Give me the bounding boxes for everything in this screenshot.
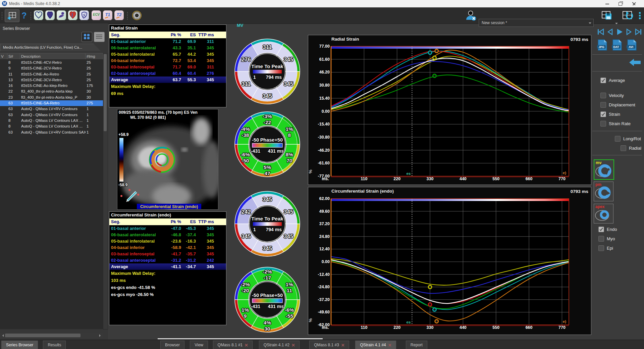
save-layout-button[interactable] [600,9,614,21]
export-dat-button[interactable]: DAT [611,39,623,53]
series-row[interactable]: 13tf2d15-CINE-3CV-Retro25 [0,77,103,83]
tab-scroll-indicator[interactable] [158,338,323,339]
series-row[interactable]: 8AutoQ - QMass LV Contours LAX ...1 [0,123,103,129]
help-button[interactable]: ? [19,9,29,21]
series-column-header[interactable]: S# [7,53,20,59]
series-row[interactable]: 63AutoQ - QMass LV+RV Contours1 [0,106,103,112]
scroll-left-icon[interactable] [1,334,4,337]
tab-view[interactable]: View [190,341,208,349]
export-avi-button[interactable]: AVI [626,39,638,53]
back-arrow-button[interactable] [629,58,641,67]
tab-results[interactable]: Results [43,341,66,349]
export-jpg-button[interactable]: JPG [597,39,608,53]
contour-overlay[interactable] [150,147,174,172]
t1-app-icon[interactable]: T1 [103,10,113,20]
series-column-header[interactable]: V [0,53,7,59]
checkbox-velocity[interactable]: Velocity [600,93,624,98]
session-dropdown[interactable]: New session * [479,19,594,27]
series-row[interactable]: 63tf2d15-CINE-SA-Retro275 [0,100,103,106]
tab-qmass-8-1-3[interactable]: QMass 8.1 #3 [309,341,349,349]
checkbox-box[interactable] [600,121,606,127]
series-row[interactable]: 23fl3_400_thr-pl-retro-Aorta klep_P30 [0,95,103,100]
series-horizontal-scrollbar[interactable] [0,333,103,338]
series-column-header[interactable]: Description [20,53,86,59]
series-row[interactable]: 8tf2d15-CINE-4CV-Retro25 [0,60,103,65]
checkbox-endo[interactable]: Endo [598,227,617,232]
save-layout-caret-icon[interactable] [615,23,618,26]
slice-button-apex[interactable]: apex [594,204,613,223]
series-row[interactable]: 22fl3_400_thr-pl-retro-Aorta klep30 [0,89,103,94]
series-column-header[interactable]: #Img [86,53,103,59]
checkbox-box[interactable] [615,136,621,142]
strain-row: 01-basal anterior-47.0-45.3345 [109,225,226,232]
slice-button-pm[interactable]: pm [594,182,613,201]
checkbox-box[interactable] [598,227,604,232]
tab-series-browser[interactable]: Series Browser [1,341,38,349]
checkbox-myo[interactable]: Myo [598,236,615,242]
slice-label: apex [595,204,604,209]
toolbar-grip[interactable] [1,11,3,20]
svg-text:-6%: -6% [285,307,294,313]
ecv-app-icon[interactable]: ECV [91,10,101,20]
checkbox-box[interactable] [600,93,606,98]
play-button[interactable] [615,28,624,36]
checkbox-box[interactable] [600,78,606,83]
skip-last-button[interactable] [634,28,642,36]
grid-view-button[interactable] [82,32,92,42]
toolbar-grip[interactable] [30,11,32,20]
series-row[interactable]: 11tf2d15-CINE-Ao-Retro25 [0,71,103,77]
series-browser-title: Series Browser [3,26,30,31]
qtavi-app-icon[interactable] [79,10,89,20]
mri-viewer[interactable]: 009/25 035/0276/863 ms. (70 bpm) ES Ven … [117,109,218,210]
step-back-button[interactable] [606,28,614,36]
checkbox-epi[interactable]: Epi [598,245,613,251]
reset-layout-button[interactable] [621,9,636,21]
skip-first-button[interactable] [597,28,605,36]
checkbox-box[interactable] [600,111,606,117]
maximize-button[interactable] [614,0,626,7]
list-view-button[interactable] [94,32,105,42]
checkbox-strain[interactable]: Strain [600,111,620,117]
qmass-app-icon[interactable] [34,10,44,20]
series-vertical-scrollbar[interactable] [103,53,108,330]
tab-qmass-8-1-1[interactable]: QMass 8.1 #1 [213,341,253,349]
tab-browser[interactable]: Browser [160,341,184,349]
series-row[interactable]: 16tf2d15-CINE-Ao-klep-Retro175 [0,83,103,89]
close-icon[interactable] [629,0,640,7]
checkbox-long-rot[interactable]: Long/Rot [615,136,641,142]
patient-tab[interactable]: Medis AorticStenosis (LV Function, Flow)… [0,44,101,51]
scroll-right-icon[interactable] [99,334,102,337]
checkbox-box[interactable] [598,245,604,251]
user-session-icon[interactable] [465,9,477,21]
qstrain-app-icon[interactable] [68,10,78,20]
qflow-app-icon[interactable] [45,10,55,20]
layout-button[interactable] [5,9,19,22]
close-tab-icon[interactable] [292,344,295,347]
checkbox-average[interactable]: Average [600,78,625,83]
checkbox-radial[interactable]: Radial [621,145,641,151]
tab-qstrain-4-1-4[interactable]: QStrain 4.1 #4 [355,341,396,349]
checkbox-box[interactable] [598,236,604,242]
series-row[interactable]: 63AutoQ - QMass LV+RV Contours1 [0,112,103,118]
kebab-menu-icon[interactable] [637,9,642,21]
slice-button-mv[interactable]: mv [594,159,614,180]
svg-text:1%: 1% [286,282,293,287]
3dview-app-icon[interactable] [56,10,66,20]
series-row[interactable]: 8AutoQ - QMass LV Contours LAX ...1 [0,118,103,123]
checkbox-displacement[interactable]: Displacement [600,102,635,108]
series-table-header[interactable]: VS#Description#Img [0,53,103,60]
checkbox-box[interactable] [600,102,606,108]
toolbar-grip[interactable] [127,11,129,20]
t2-app-icon[interactable]: T2 [114,10,124,20]
series-row[interactable]: 9tf2d15-CINE-2CV-Retro25 [0,65,103,71]
close-tab-icon[interactable] [341,344,344,347]
tab-qstrain-4-1-2[interactable]: QStrain 4.1 #2 [259,341,300,349]
step-forward-button[interactable] [625,28,633,36]
series-row[interactable]: 63AutoQ - QMass LV+RV Contours SAX1 [0,130,103,135]
minimize-button[interactable] [601,0,613,7]
tab-report[interactable]: Report [406,341,427,349]
close-tab-icon[interactable] [245,344,248,347]
checkbox-strain-rate[interactable]: Strain Rate [600,121,631,127]
checkbox-box[interactable] [621,145,626,151]
close-tab-icon[interactable] [388,344,391,347]
